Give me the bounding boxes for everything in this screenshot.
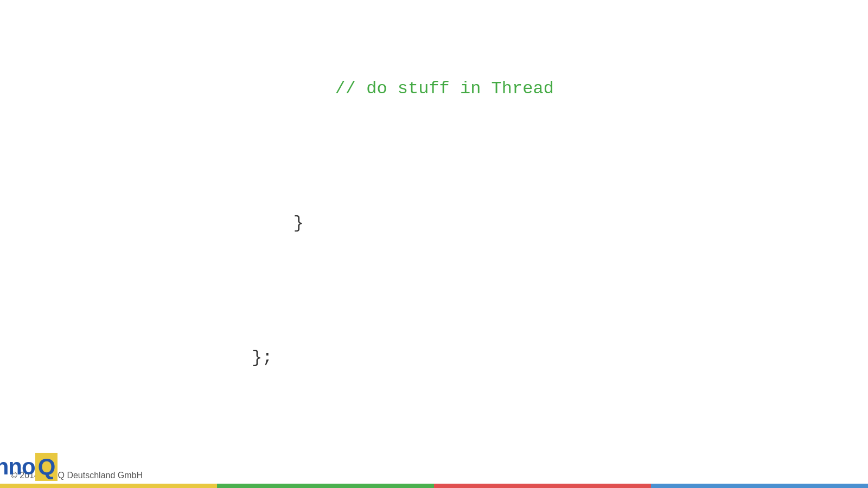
footer-bar-blue: [651, 484, 868, 488]
comment-thread: // do stuff in Thread: [335, 79, 554, 99]
code-text: }: [252, 213, 304, 233]
logo-q-box: Q: [35, 453, 58, 481]
logo: innoQ: [0, 453, 58, 481]
code-block: Runnable myRunnable = new Runnable() { p…: [189, 0, 679, 488]
footer-bar-red: [434, 484, 651, 488]
code-line-5: };: [189, 317, 679, 398]
footer-bar-yellow: [0, 484, 217, 488]
logo-inno: inno: [0, 454, 35, 480]
footer-bar-green: [217, 484, 434, 488]
footer-bar: [0, 484, 868, 488]
code-text: [252, 79, 335, 99]
code-line-3: // do stuff in Thread: [189, 48, 679, 129]
slide-content: Runnable myRunnable = new Runnable() { p…: [168, 0, 701, 488]
code-line-4: }: [189, 183, 679, 264]
footer: © 2014 innoQ Deutschland GmbH innoQ: [0, 458, 868, 488]
code-text: };: [252, 348, 272, 368]
